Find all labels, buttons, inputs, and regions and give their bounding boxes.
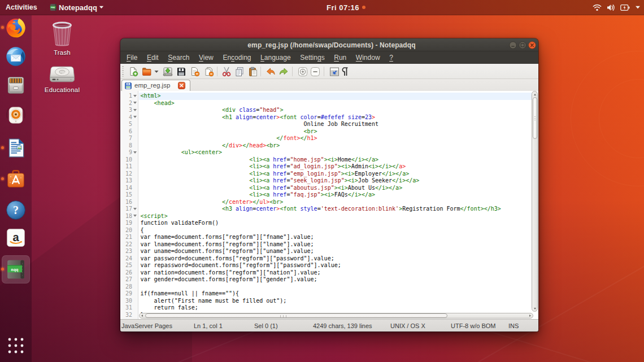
fold-arrow-icon[interactable] bbox=[133, 109, 137, 111]
code-line-20[interactable]: 20{ bbox=[120, 227, 538, 234]
code-line-19[interactable]: 19function validateForm() bbox=[120, 220, 538, 227]
toolbar-grip[interactable] bbox=[122, 66, 124, 77]
fold-arrow-icon[interactable] bbox=[133, 95, 137, 97]
code-line-9[interactable]: 9 <ul><center> bbox=[120, 149, 538, 156]
window-titlebar[interactable]: emp_reg.jsp (/home/swap/Documents) - Not… bbox=[120, 38, 538, 51]
status-language[interactable]: JavaServer Pages bbox=[121, 320, 172, 332]
show-applications-button[interactable] bbox=[6, 337, 26, 355]
tab-emp-reg-jsp[interactable]: emp_reg.jsp ✕ bbox=[121, 80, 190, 91]
fold-arrow-icon[interactable] bbox=[133, 215, 137, 217]
scroll-right-arrow[interactable] bbox=[529, 315, 531, 317]
status-selection: Sel 0 (1) bbox=[254, 320, 278, 332]
code-line-18[interactable]: 18<script> bbox=[120, 213, 538, 220]
clock[interactable]: Fri 07:16 bbox=[327, 0, 365, 15]
save-button[interactable] bbox=[163, 67, 173, 77]
status-line-endings[interactable]: UNIX / OS X bbox=[390, 320, 425, 332]
vertical-scrollbar[interactable] bbox=[532, 91, 538, 312]
horizontal-scrollbar-thumb[interactable] bbox=[145, 313, 447, 318]
code-line-14[interactable]: 14 <li><a href="aboutus.jsp"><i>About Us… bbox=[120, 185, 538, 192]
code-line-4[interactable]: 4 <h1 align=center><font color=#efefef s… bbox=[120, 114, 538, 121]
window-layout-button[interactable] bbox=[329, 67, 340, 77]
dock-item-firefox[interactable] bbox=[5, 17, 27, 38]
code-line-28[interactable]: 28 bbox=[120, 284, 538, 291]
code-editor[interactable]: 1<html>2 <head>3 <div class="head">4 <h1… bbox=[120, 91, 538, 319]
code-line-8[interactable]: 8 </div></head><br> bbox=[120, 142, 538, 150]
undo-button[interactable] bbox=[266, 67, 276, 77]
paste-button[interactable] bbox=[248, 67, 258, 77]
menu-settings[interactable]: Settings bbox=[300, 54, 324, 62]
dock-item-files[interactable] bbox=[5, 75, 27, 96]
desktop-icon-trash[interactable]: Trash bbox=[37, 20, 88, 56]
code-line-21[interactable]: 21var fname=document.forms["regform"]["f… bbox=[120, 234, 538, 241]
menu-encoding[interactable]: Encoding bbox=[223, 54, 251, 62]
zoom-in-button[interactable] bbox=[298, 67, 308, 77]
menu-[interactable]: ? bbox=[389, 54, 393, 62]
status-encoding[interactable]: UTF-8 w/o BOM bbox=[451, 320, 495, 332]
code-line-13[interactable]: 13 <li><a href="seek_login.jsp"><i>Job S… bbox=[120, 177, 538, 185]
minimize-button[interactable] bbox=[509, 41, 517, 49]
menu-run[interactable]: Run bbox=[334, 54, 346, 62]
dock-item-amazon[interactable]: a bbox=[5, 227, 27, 248]
dock-item-notepadqq[interactable]: nqq bbox=[5, 259, 27, 280]
scroll-left-arrow[interactable] bbox=[141, 315, 143, 317]
code-line-16[interactable]: 16 </center></ul><br> bbox=[120, 199, 538, 206]
code-line-10[interactable]: 10 <li><a href="home.jsp"><i>Home</i></a… bbox=[120, 156, 538, 164]
code-line-11[interactable]: 11 <li><a href="ad_login.jsp"><i>Admin<i… bbox=[120, 163, 538, 171]
new-document-button[interactable] bbox=[128, 67, 138, 77]
menu-window[interactable]: Window bbox=[356, 54, 380, 62]
dock-item-ubuntu-software[interactable] bbox=[5, 168, 27, 190]
fold-arrow-icon[interactable] bbox=[133, 151, 137, 154]
tab-close-button[interactable]: ✕ bbox=[178, 82, 185, 89]
cut-button[interactable] bbox=[221, 67, 232, 77]
system-status-area[interactable] bbox=[593, 0, 641, 15]
code-line-7[interactable]: 7 </font></h1> bbox=[120, 135, 538, 142]
code-line-27[interactable]: 27var gender=document.forms[regform"]["g… bbox=[120, 276, 538, 284]
fold-arrow-icon[interactable] bbox=[133, 116, 137, 118]
fold-arrow-icon[interactable] bbox=[133, 102, 137, 104]
menu-language[interactable]: Language bbox=[260, 54, 291, 62]
close-document-button[interactable] bbox=[190, 67, 200, 77]
dock-item-help[interactable]: ? bbox=[5, 199, 27, 221]
open-dropdown-arrow[interactable] bbox=[154, 70, 159, 73]
code-line-2[interactable]: 2 <head> bbox=[120, 100, 538, 107]
scroll-up-arrow[interactable] bbox=[534, 94, 536, 95]
code-line-22[interactable]: 22var lname=document.forms["regform"]["l… bbox=[120, 241, 538, 248]
code-line-1[interactable]: 1<html> bbox=[120, 93, 538, 100]
save-all-button[interactable] bbox=[176, 67, 186, 77]
code-line-26[interactable]: 26var nation=document.forms["regform"]["… bbox=[120, 269, 538, 277]
code-line-29[interactable]: 29if(fname==null || fname==""){ bbox=[120, 290, 538, 298]
fold-arrow-icon[interactable] bbox=[133, 208, 137, 210]
menu-view[interactable]: View bbox=[199, 54, 214, 62]
code-line-5[interactable]: 5 Online Job Recruitment bbox=[120, 121, 538, 128]
menu-file[interactable]: File bbox=[127, 54, 137, 62]
redo-button[interactable] bbox=[279, 67, 289, 77]
close-all-documents-button[interactable] bbox=[204, 67, 214, 77]
code-line-17[interactable]: 17 <h3 align=center><font style='text-de… bbox=[120, 206, 538, 213]
code-line-3[interactable]: 3 <div class="head"> bbox=[120, 107, 538, 114]
dock-item-rhythmbox[interactable] bbox=[5, 104, 27, 126]
zoom-out-button[interactable] bbox=[310, 67, 320, 77]
open-button[interactable] bbox=[142, 67, 152, 77]
copy-button[interactable] bbox=[234, 67, 245, 77]
horizontal-scrollbar[interactable] bbox=[139, 313, 534, 319]
show-invisibles-button[interactable] bbox=[340, 67, 350, 77]
code-line-15[interactable]: 15 <li><a href="faq.jsp"><i>FAQs</i></a> bbox=[120, 191, 538, 199]
code-line-24[interactable]: 24var password=document.forms["regform"]… bbox=[120, 255, 538, 263]
menu-search[interactable]: Search bbox=[168, 54, 189, 62]
maximize-button[interactable] bbox=[519, 41, 526, 49]
code-line-12[interactable]: 12 <li><a href="emp_login.jsp"><i>Employ… bbox=[120, 171, 538, 178]
activities-button[interactable]: Activities bbox=[6, 0, 37, 15]
code-line-6[interactable]: 6 <br> bbox=[120, 128, 538, 136]
close-button[interactable] bbox=[528, 41, 536, 49]
desktop-icon-educational[interactable]: Educational bbox=[37, 66, 88, 93]
vertical-scrollbar-thumb[interactable] bbox=[533, 97, 537, 139]
code-line-25[interactable]: 25var repassword=document.forms["regform… bbox=[120, 262, 538, 269]
code-line-23[interactable]: 23var uname=document.forms["regform"]["u… bbox=[120, 248, 538, 255]
dock-item-thunderbird[interactable] bbox=[5, 46, 27, 67]
app-menu[interactable]: nqq Notepadqq bbox=[50, 0, 104, 15]
code-line-31[interactable]: 31 return false; bbox=[120, 304, 538, 312]
scroll-down-arrow[interactable] bbox=[534, 308, 536, 309]
menu-edit[interactable]: Edit bbox=[147, 54, 159, 62]
dock-item-libreoffice-writer[interactable] bbox=[5, 137, 27, 159]
code-line-30[interactable]: 30 alert("First name must be filled out"… bbox=[120, 298, 538, 305]
